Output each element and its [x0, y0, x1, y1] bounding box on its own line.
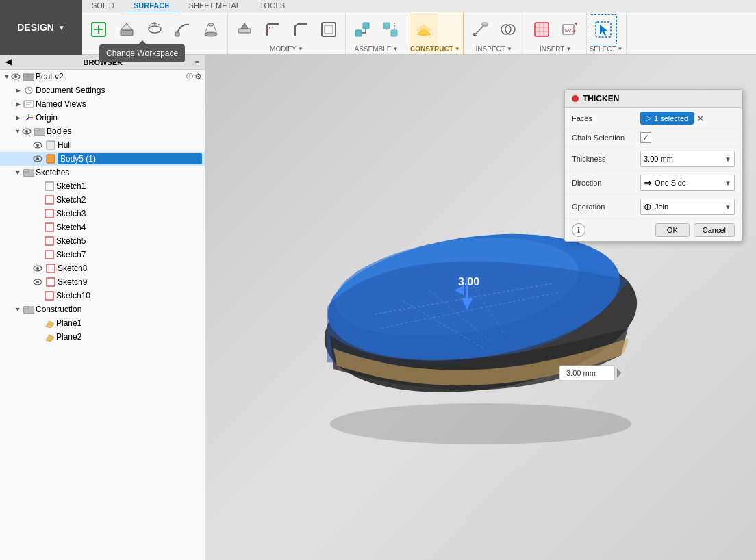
svg-rect-14 [322, 23, 336, 36]
tree-sketch3[interactable]: ▶ Sketch3 [0, 207, 205, 220]
insert-svg-btn[interactable]: SVG [556, 14, 583, 44]
design-label: DESIGN [17, 22, 54, 33]
insert-group: SVG INSERT ▼ [525, 12, 587, 54]
rigid-group-btn[interactable] [377, 14, 404, 44]
named-views-arrow[interactable]: ▶ [14, 100, 22, 108]
joint-btn[interactable] [349, 14, 376, 44]
offset-plane-btn[interactable] [410, 14, 438, 44]
thickness-control: 3.00 mm ▼ [640, 151, 735, 167]
select-tool-btn[interactable] [590, 14, 617, 44]
tree-sketch5[interactable]: ▶ Sketch5 [0, 234, 205, 248]
svg-point-73 [36, 281, 39, 283]
tree-hull[interactable]: ▶ Hull [0, 138, 205, 152]
thicken-info-btn[interactable]: ℹ [572, 223, 585, 237]
design-button[interactable]: DESIGN ▼ [0, 0, 82, 55]
svg-rect-60 [47, 155, 55, 163]
tree-root[interactable]: ▼ Boat v2 ⓘ ⚙ [0, 70, 205, 84]
assemble-label[interactable]: ASSEMBLE ▼ [349, 45, 404, 53]
faces-clear-btn[interactable]: ✕ [696, 113, 705, 124]
press-pull-btn[interactable] [231, 14, 258, 44]
svg-marker-25 [417, 25, 431, 31]
tab-surface[interactable]: SURFACE [124, 0, 179, 13]
construct-label[interactable]: CONSTRUCT ▼ [410, 45, 460, 53]
root-visibility[interactable] [11, 72, 21, 81]
svg-rect-57 [47, 141, 55, 149]
tree-body5[interactable]: ▶ Body5 (1) [0, 152, 205, 166]
tree-named-views[interactable]: ▶ Named Views [0, 97, 205, 111]
thicken-direction-row: Direction ⇒ One Side ▼ [565, 171, 742, 195]
construction-arrow[interactable]: ▼ [14, 305, 22, 314]
chain-selection-control [640, 132, 735, 143]
loft-btn[interactable] [197, 14, 225, 44]
tree-sketches[interactable]: ▼ Sketches [0, 166, 205, 179]
chamfer-btn[interactable] [287, 14, 314, 44]
construction-label: Construction [36, 305, 202, 314]
tab-sheet-metal[interactable]: SHEET METAL [179, 0, 250, 13]
sweep-btn[interactable] [169, 14, 197, 44]
bodies-visibility[interactable] [22, 127, 32, 136]
construction-folder-icon [23, 304, 34, 315]
tree-bodies[interactable]: ▼ Bodies [0, 125, 205, 138]
operation-value: Join [655, 203, 722, 211]
direction-control: ⇒ One Side ▼ [640, 175, 735, 191]
interference-btn[interactable] [494, 14, 522, 44]
svg-rect-75 [45, 292, 53, 300]
fillet-btn[interactable] [259, 14, 286, 44]
tree-sketch8[interactable]: ▶ Sketch8 [0, 262, 205, 275]
tree-sketch9[interactable]: ▶ Sketch9 [0, 275, 205, 289]
plane2-label: Plane2 [56, 332, 202, 342]
insert-label[interactable]: INSERT ▼ [528, 45, 583, 53]
sketches-label: Sketches [36, 168, 202, 177]
inspect-label[interactable]: INSPECT ▼ [466, 45, 522, 53]
operation-dropdown[interactable]: ⊕ Join ▼ [640, 199, 735, 215]
root-info-icon[interactable]: ⓘ [186, 72, 193, 81]
doc-settings-arrow[interactable]: ▶ [14, 86, 22, 94]
browser-toggle[interactable]: ◀ [5, 58, 11, 66]
tree-sketch7[interactable]: ▶ Sketch7 [0, 248, 205, 262]
thicken-faces-row: Faces ▷ 1 selected ✕ [565, 108, 742, 129]
modify-label[interactable]: MODIFY ▼ [231, 45, 342, 53]
hull-label: Hull [58, 140, 202, 150]
sketch8-visibility[interactable] [33, 264, 42, 273]
tab-solid[interactable]: SOLID [82, 0, 124, 13]
bodies-arrow[interactable]: ▼ [14, 127, 22, 136]
svg-point-70 [36, 267, 39, 270]
tree-doc-settings[interactable]: ▶ Document Settings [0, 84, 205, 97]
insert-mesh-btn[interactable] [528, 14, 555, 44]
tree-plane2[interactable]: ▶ Plane2 [0, 330, 205, 344]
root-arrow[interactable]: ▼ [3, 73, 11, 81]
svg-point-56 [36, 144, 39, 147]
svg-rect-63 [45, 182, 53, 190]
select-label[interactable]: SELECT ▼ [590, 45, 623, 53]
sidebar-menu[interactable]: ≡ [195, 58, 199, 66]
tree-sketch2[interactable]: ▶ Sketch2 [0, 193, 205, 207]
tree-sketch10[interactable]: ▶ Sketch10 [0, 289, 205, 303]
tree-plane1[interactable]: ▶ Plane1 [0, 316, 205, 330]
measure-btn[interactable] [466, 14, 494, 44]
thicken-cancel-btn[interactable]: Cancel [694, 223, 735, 237]
thicken-footer: ℹ OK Cancel [565, 219, 742, 241]
tree-sketch4[interactable]: ▶ Sketch4 [0, 220, 205, 234]
faces-selected-btn[interactable]: ▷ 1 selected [640, 112, 694, 125]
tree-origin[interactable]: ▶ Origin [0, 111, 205, 125]
tree-construction[interactable]: ▼ Construction [0, 303, 205, 316]
direction-dropdown[interactable]: ⇒ One Side ▼ [640, 175, 735, 191]
body5-visibility[interactable] [33, 154, 42, 164]
chain-selection-checkbox[interactable] [640, 132, 651, 143]
thicken-ok-btn[interactable]: OK [655, 223, 690, 237]
tab-tools[interactable]: TOOLS [250, 0, 294, 13]
tree-sketch1[interactable]: ▶ Sketch1 [0, 179, 205, 193]
sketch9-visibility[interactable] [33, 277, 42, 287]
thickness-dropdown[interactable]: 3.00 mm ▼ [640, 151, 735, 167]
extrude-btn[interactable] [113, 14, 140, 44]
root-settings-icon[interactable]: ⚙ [194, 72, 202, 81]
sketches-arrow[interactable]: ▼ [14, 168, 22, 177]
shell-btn[interactable] [315, 14, 342, 44]
root-label: Boat v2 [36, 72, 184, 81]
create-new-btn[interactable] [85, 14, 112, 44]
svg-marker-4 [121, 23, 133, 30]
hull-visibility[interactable] [33, 140, 42, 150]
thicken-thickness-row: Thickness 3.00 mm ▼ [565, 147, 742, 171]
doc-settings-label: Document Settings [36, 86, 202, 95]
origin-arrow[interactable]: ▶ [14, 114, 22, 122]
